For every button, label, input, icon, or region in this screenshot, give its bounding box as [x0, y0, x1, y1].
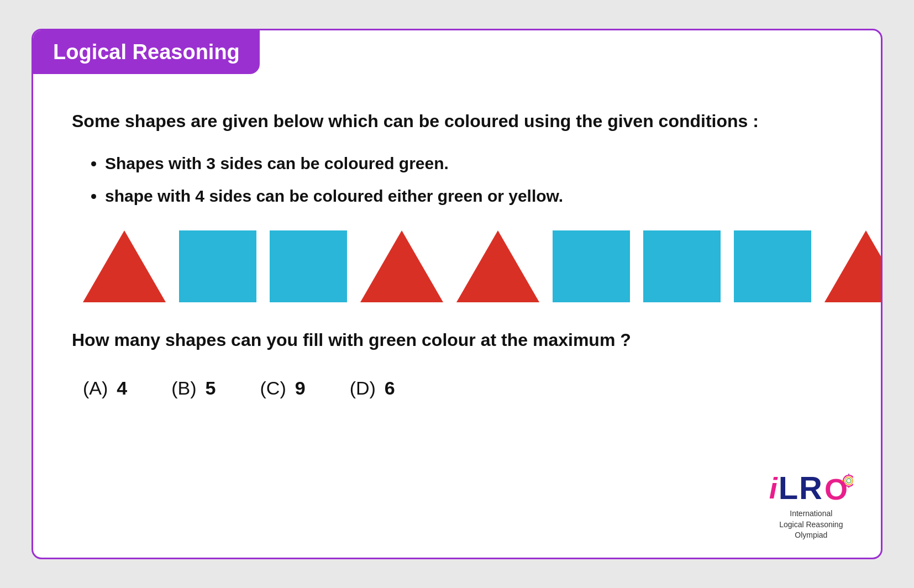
logo-icon-group: i L R O: [769, 469, 853, 506]
option-d: (D) 6: [350, 377, 395, 399]
condition-2: shape with 4 sides can be coloured eithe…: [105, 183, 842, 208]
logo-letter-O: O: [823, 472, 853, 504]
header-tag: Logical Reasoning: [33, 30, 260, 74]
shape-square-5: [734, 230, 811, 302]
option-b-value: 5: [206, 377, 216, 399]
shape-triangle-2: [360, 230, 443, 302]
logo-letter-i: i: [769, 471, 778, 505]
logo-letter-L: L: [779, 469, 798, 506]
shape-triangle-1: [83, 230, 166, 302]
intro-text: Some shapes are given below which can be…: [72, 108, 842, 134]
question-text: How many shapes can you fill with green …: [72, 327, 842, 353]
option-a: (A) 4: [83, 377, 127, 399]
logo-text: InternationalLogical ReasoningOlympiad: [779, 508, 843, 541]
option-a-value: 4: [117, 377, 127, 399]
option-c-label: (C): [260, 377, 286, 399]
option-b-label: (B): [171, 377, 196, 399]
option-c-value: 9: [295, 377, 306, 399]
options-row: (A) 4 (B) 5 (C) 9 (D) 6: [72, 377, 842, 399]
shape-triangle-4: [824, 230, 883, 302]
option-c: (C) 9: [260, 377, 306, 399]
question-card: Logical Reasoning Some shapes are given …: [31, 29, 883, 559]
logo-letter-R: R: [799, 469, 822, 506]
option-b: (B) 5: [171, 377, 216, 399]
shapes-row: [72, 230, 842, 302]
shape-square-3: [553, 230, 630, 302]
header-title: Logical Reasoning: [53, 40, 240, 64]
main-content: Some shapes are given below which can be…: [33, 97, 881, 410]
shape-triangle-3: [456, 230, 539, 302]
option-a-label: (A): [83, 377, 108, 399]
condition-1: Shapes with 3 sides can be coloured gree…: [105, 151, 842, 176]
option-d-label: (D): [350, 377, 376, 399]
shape-square-1: [179, 230, 256, 302]
shape-square-2: [270, 230, 347, 302]
conditions-list: Shapes with 3 sides can be coloured gree…: [72, 151, 842, 208]
ilro-logo: i L R O InternationalLogical ReasoningO: [769, 469, 853, 541]
shape-square-4: [643, 230, 721, 302]
option-d-value: 6: [385, 377, 395, 399]
